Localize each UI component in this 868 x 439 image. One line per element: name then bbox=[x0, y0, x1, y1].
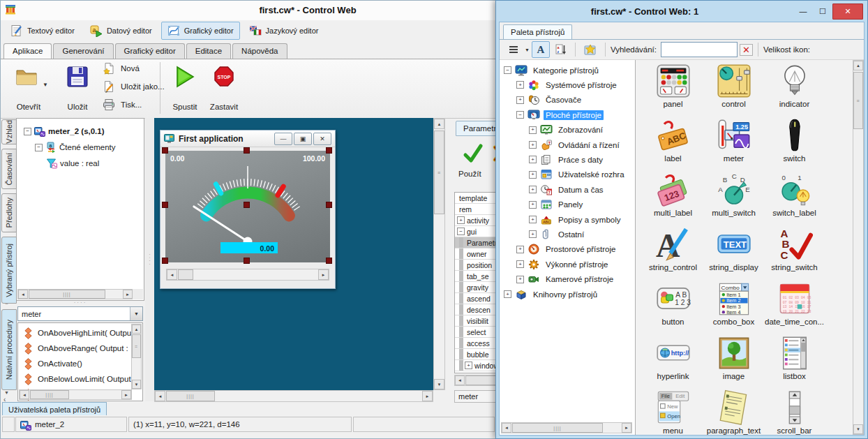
palette-item-string_display[interactable]: TEXTstring_display bbox=[703, 226, 764, 281]
selection-handle[interactable] bbox=[326, 147, 332, 154]
palette-item-date_time_con[interactable]: 01 02 03 04 05 0607 08 09 10 11 1213 14 … bbox=[764, 281, 825, 335]
palette-item-listbox[interactable]: listbox bbox=[764, 335, 825, 389]
editor-button-grafick-editor[interactable]: Grafický editor bbox=[161, 22, 240, 40]
palette-vscrollbar[interactable]: ▲ ≡ ▼ bbox=[853, 60, 864, 435]
horizontal-splitter[interactable]: ···· bbox=[16, 301, 144, 306]
menu-tab-n-pov-da[interactable]: Nápověda bbox=[232, 43, 287, 59]
selection-handle[interactable] bbox=[162, 202, 168, 208]
selection-handle[interactable] bbox=[244, 202, 250, 208]
new-button[interactable]: Nová bbox=[103, 62, 140, 75]
favorites-button[interactable] bbox=[581, 41, 600, 58]
view-mode-dropdown-icon[interactable]: ▼ bbox=[525, 47, 530, 52]
procedure-filter-combobox[interactable]: meter ▼ bbox=[17, 306, 143, 321]
palette-item-meter[interactable]: 1.25meter bbox=[703, 117, 764, 172]
palette-item-scroll_bar[interactable]: scroll_bar bbox=[764, 389, 825, 435]
category-item-ploch-p-stroje[interactable]: −Ploché přístroje bbox=[516, 107, 604, 122]
category-item-kamerov-p-stroje[interactable]: +Kamerové přístroje bbox=[516, 272, 615, 287]
menu-tab-aplikace[interactable]: Aplikace bbox=[3, 43, 52, 59]
menu-tab-grafick-editor[interactable]: Grafický editor bbox=[115, 43, 185, 59]
side-tab--asov-n-[interactable]: Časování bbox=[1, 149, 17, 189]
vertical-splitter[interactable]: ···· bbox=[145, 118, 154, 401]
palette-item-control[interactable]: control bbox=[703, 63, 764, 117]
close-icon[interactable]: ✕ bbox=[832, 3, 863, 20]
side-tab-vybran-p-stroj[interactable]: Vybraný přístroj bbox=[1, 237, 17, 304]
minimize-icon[interactable]: — bbox=[274, 133, 292, 145]
selection-handle[interactable] bbox=[326, 202, 332, 208]
category-item-ostatn-[interactable]: +Ostatní bbox=[529, 227, 586, 241]
sort-button[interactable]: az bbox=[552, 41, 570, 58]
palette-item-indicator[interactable]: indicator bbox=[764, 63, 825, 117]
palette-item-string_switch[interactable]: ABCstring_switch bbox=[764, 226, 825, 281]
menu-tab-generov-n-[interactable]: Generování bbox=[53, 43, 113, 59]
category-item-datum-a-as[interactable]: +7Datum a čas bbox=[529, 182, 606, 197]
palette-item-menu[interactable]: FileEditNewOpenmenu bbox=[643, 389, 703, 435]
first-application-window[interactable]: First application — ▣ ✕ bbox=[160, 130, 336, 289]
selection-handle[interactable] bbox=[162, 147, 168, 154]
palette-item-switch[interactable]: switch bbox=[764, 117, 825, 172]
palette-tab[interactable]: Paleta přístrojů bbox=[503, 24, 572, 40]
category-item-kategorie-p-stroj-[interactable]: −Kategorie přístrojů bbox=[504, 63, 601, 77]
expand-icon[interactable]: + bbox=[529, 171, 537, 179]
palette-item-switch_label[interactable]: 01switch_label bbox=[764, 172, 825, 226]
category-tree-hscrollbar[interactable]: ◄ |||| ► bbox=[501, 422, 632, 433]
collapse-icon[interactable]: − bbox=[35, 144, 43, 151]
print-button[interactable]: Tisk... bbox=[103, 98, 142, 111]
menu-tab-editace[interactable]: Editace bbox=[186, 43, 231, 59]
expand-icon[interactable]: + bbox=[457, 216, 465, 224]
clear-search-icon[interactable]: ✕ bbox=[740, 44, 753, 56]
expand-icon[interactable]: + bbox=[529, 201, 537, 209]
first-application-hscrollbar[interactable]: ◄ ► bbox=[166, 269, 329, 281]
palette-item-combo_box[interactable]: ComboItem 1Item 2Item 3Item 4combo_box bbox=[703, 281, 764, 335]
side-tab-vzhled[interactable]: Vzhled bbox=[1, 119, 17, 144]
stop-button[interactable]: STOP Zastavit bbox=[204, 64, 244, 114]
selection-handle[interactable] bbox=[244, 258, 250, 264]
procedure-item[interactable]: OnBelowLowLimit( Output bbox=[24, 371, 131, 387]
combobox-arrow-icon[interactable]: ▼ bbox=[130, 307, 142, 320]
expand-icon[interactable]: + bbox=[529, 126, 537, 134]
selection-handle[interactable] bbox=[326, 258, 332, 264]
collapse-icon[interactable]: − bbox=[516, 111, 524, 119]
expand-icon[interactable]: + bbox=[529, 186, 537, 193]
expand-icon[interactable]: + bbox=[516, 276, 524, 283]
open-button[interactable]: ▼ Otevřít bbox=[9, 64, 54, 114]
expand-icon[interactable]: + bbox=[465, 362, 472, 369]
procedure-list-hscrollbar[interactable]: ◄ |||| ► bbox=[19, 389, 132, 400]
palette-item-hyperlink[interactable]: http://hyperlink bbox=[643, 335, 703, 389]
palette-window-title-bar[interactable]: first.cw* - Control Web: 1 — ☐ ✕ bbox=[496, 1, 867, 22]
expand-icon[interactable]: + bbox=[529, 141, 537, 149]
instrument-tree-hscrollbar[interactable]: ◄ |||| ► bbox=[17, 289, 133, 299]
category-item-pr-ce-s-daty[interactable]: +Práce s daty bbox=[529, 152, 605, 167]
canvas-vscrollbar[interactable]: ▲ ≡ ▼ bbox=[433, 118, 445, 390]
minimize-icon[interactable]: — bbox=[793, 4, 813, 19]
save-button[interactable]: Uložit bbox=[58, 64, 97, 114]
procedure-item[interactable]: OnAboveHighLimit( Outpu bbox=[24, 325, 131, 341]
procedure-list-vscrollbar[interactable]: ▲ = ▼ bbox=[131, 324, 142, 389]
palette-item-image[interactable]: image bbox=[703, 335, 764, 389]
palette-item-paragraph_text[interactable]: paragraph_text bbox=[703, 389, 764, 435]
side-tab-scroll-down-icon[interactable]: ▼ bbox=[4, 390, 9, 395]
expand-icon[interactable]: + bbox=[529, 230, 537, 238]
close-icon[interactable]: ✕ bbox=[313, 133, 331, 145]
category-item-popisy-a-symboly[interactable]: +ABCPopisy a symboly bbox=[529, 212, 622, 227]
side-tab-native-procedures[interactable]: Nativní procedury bbox=[1, 309, 17, 390]
expand-icon[interactable]: + bbox=[529, 216, 537, 223]
editor-button-textov-editor[interactable]: Textový editor bbox=[4, 22, 81, 40]
category-item-knihovny-p-stroj-[interactable]: +Knihovny přístrojů bbox=[504, 287, 599, 302]
palette-item-multi_switch[interactable]: ABCDEmulti_switch bbox=[703, 172, 764, 226]
collapse-icon[interactable]: − bbox=[504, 66, 511, 74]
editor-button-datov-editor[interactable]: aDatový editor bbox=[84, 22, 158, 40]
selection-handle[interactable] bbox=[244, 147, 250, 154]
category-item--asova-e[interactable]: +Časovače bbox=[516, 93, 583, 107]
expand-icon[interactable]: + bbox=[516, 260, 524, 268]
editor-button-jazykov-editor[interactable]: Jazykový editor bbox=[243, 22, 325, 40]
show-labels-button[interactable]: A bbox=[532, 41, 550, 58]
user-palette-tab[interactable]: Uživatelská paleta přístrojů bbox=[2, 402, 107, 417]
category-item-ovl-d-n-a-zen-[interactable]: +TOvládání a řízení bbox=[529, 137, 622, 152]
category-item-panely[interactable]: +Panely bbox=[529, 198, 585, 212]
canvas-hscrollbar[interactable]: ◄ |||| ► bbox=[154, 390, 433, 402]
procedure-item[interactable]: OnActivate() bbox=[24, 356, 82, 371]
open-dropdown-arrow[interactable]: ▼ bbox=[43, 82, 48, 88]
category-item-prostorov-p-stroje[interactable]: +Prostorové přístroje bbox=[516, 242, 618, 257]
category-item-syst-mov-p-stroje[interactable]: +Systémové přístroje bbox=[516, 77, 619, 92]
palette-item-string_control[interactable]: Astring_control bbox=[643, 226, 703, 281]
